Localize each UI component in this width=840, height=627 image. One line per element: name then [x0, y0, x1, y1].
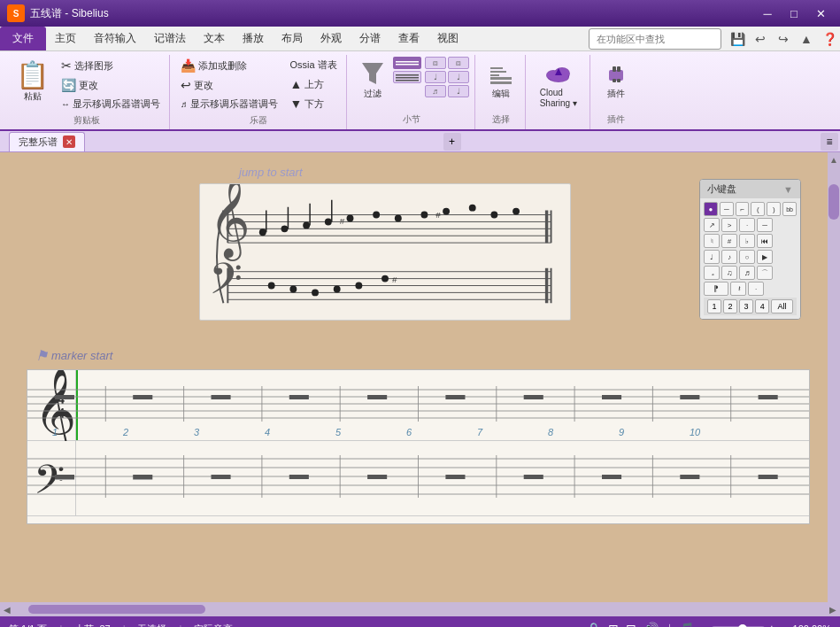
kb-btn-eighth[interactable]: ♫: [721, 266, 737, 280]
kb-btn-q1[interactable]: ♩: [704, 250, 720, 264]
filter-button[interactable]: 过滤: [354, 57, 391, 102]
horizontal-scrollbar[interactable]: ◀ ▶: [0, 602, 840, 616]
show-transposing-button[interactable]: ♬显示移调乐器谱调号: [177, 96, 281, 112]
kb-btn-par1[interactable]: (: [751, 202, 765, 216]
kb-btn-dash[interactable]: ─: [720, 202, 734, 216]
cloud-sharing-button[interactable]: CloudSharing ▾: [533, 57, 584, 112]
search-input[interactable]: [589, 28, 721, 50]
select-label: 选择: [482, 112, 520, 128]
kb-btn-par2[interactable]: ): [767, 202, 781, 216]
grid-icon[interactable]: ⊞: [608, 622, 619, 627]
select-content: 编辑: [482, 57, 520, 112]
kb-btn-dot2[interactable]: ·: [739, 218, 755, 232]
full-score-area[interactable]: 𝄞 4 4: [27, 369, 810, 524]
lock-icon[interactable]: 🔒: [586, 622, 601, 627]
add-remove-button[interactable]: 📥添加或删除: [177, 57, 281, 74]
redo-button[interactable]: ↪: [773, 28, 794, 50]
select-btn5[interactable]: ♬: [425, 85, 446, 97]
speaker-icon[interactable]: 🔊: [643, 622, 659, 627]
close-button[interactable]: ✕: [808, 4, 833, 22]
menu-home[interactable]: 主页: [46, 27, 85, 50]
zoom-out-button[interactable]: −: [701, 622, 708, 627]
tab-add-button[interactable]: +: [443, 133, 461, 151]
kb-btn-gt[interactable]: >: [721, 218, 737, 232]
zoom-in-button[interactable]: +: [768, 622, 775, 627]
filter-row1[interactable]: [393, 57, 421, 69]
svg-point-53: [268, 283, 275, 290]
menu-parts[interactable]: 分谱: [351, 27, 389, 50]
select-btn2[interactable]: ⧈: [448, 57, 469, 69]
select-btn1[interactable]: ⧈: [425, 57, 446, 69]
help-button[interactable]: ❓: [819, 28, 840, 50]
h-scroll-thumb[interactable]: [28, 605, 205, 614]
menu-notation[interactable]: 记谱法: [145, 27, 195, 50]
kb-btn-curve[interactable]: ⌐: [736, 202, 750, 216]
kb-btn-q2[interactable]: ♪: [721, 250, 737, 264]
filter-row2[interactable]: [393, 71, 421, 83]
kb-btn-dash2[interactable]: ─: [757, 218, 773, 232]
transpose-button[interactable]: ↔显示移调乐器谱调号: [58, 96, 164, 112]
kb-num-4[interactable]: 4: [755, 299, 769, 314]
menu-note-input[interactable]: 音符输入: [85, 27, 145, 50]
score-area[interactable]: jump to start 𝄞: [0, 152, 828, 602]
menu-file[interactable]: 文件: [0, 27, 46, 50]
menu-play[interactable]: 播放: [234, 27, 273, 50]
menu-text[interactable]: 文本: [195, 27, 234, 50]
minimize-button[interactable]: ─: [755, 4, 780, 22]
kb-btn-back[interactable]: ⏮: [757, 234, 773, 248]
select-btn6[interactable]: ♩: [448, 85, 469, 97]
kb-btn-dot3[interactable]: ·: [748, 282, 764, 296]
undo-button[interactable]: ↩: [750, 28, 771, 50]
select-shape-button[interactable]: 🔄更改: [58, 76, 164, 94]
kb-btn-sym1[interactable]: ⁋: [704, 282, 728, 296]
menu-layout[interactable]: 布局: [273, 27, 312, 50]
kb-num-all[interactable]: All: [771, 299, 793, 314]
kb-btn-flat[interactable]: ♭: [739, 234, 755, 248]
pitch2-icon[interactable]: 🎵: [679, 622, 694, 627]
above-button[interactable]: ▲上方: [287, 75, 341, 93]
scroll-left-button[interactable]: ◀: [4, 605, 11, 615]
plugin-label: 插件: [607, 89, 625, 99]
grid2-icon[interactable]: ⊟: [626, 622, 636, 627]
note-icon[interactable]: ♩: [666, 622, 672, 627]
kb-num-1[interactable]: 1: [707, 299, 721, 314]
tab-full-score[interactable]: 完整乐谱 ✕: [9, 132, 85, 151]
menu-video[interactable]: 视图: [428, 27, 467, 50]
scroll-thumb[interactable]: [828, 184, 839, 220]
kb-num-2[interactable]: 2: [723, 299, 737, 314]
kb-num-3[interactable]: 3: [739, 299, 753, 314]
maximize-button[interactable]: □: [782, 4, 806, 22]
tab-menu-button[interactable]: ≡: [821, 133, 838, 151]
menu-appearance[interactable]: 外观: [312, 27, 351, 50]
kb-btn-sixteenth[interactable]: ♬: [739, 266, 755, 280]
score-preview-box: 𝄞: [199, 183, 571, 321]
scroll-up-button[interactable]: ▲: [828, 152, 840, 166]
kb-btn-rest[interactable]: 𝄽: [730, 282, 746, 296]
select-btn4[interactable]: ♩: [448, 71, 469, 83]
kb-btn-circle[interactable]: ○: [739, 250, 755, 264]
kb-btn-bb[interactable]: bb: [782, 202, 797, 216]
scroll-right-button[interactable]: ▶: [829, 605, 836, 615]
edit-button[interactable]: 编辑: [482, 57, 520, 102]
paste-button[interactable]: 📋 粘贴: [9, 57, 56, 112]
kb-btn-nat[interactable]: ♮: [704, 234, 720, 248]
up-button[interactable]: ▲: [796, 28, 817, 50]
tab-close-button[interactable]: ✕: [63, 135, 75, 148]
svg-point-40: [512, 208, 520, 215]
save-button[interactable]: 💾: [727, 28, 748, 50]
kb-btn-play[interactable]: ▶: [757, 250, 773, 264]
kb-btn-dot[interactable]: ●: [704, 202, 718, 216]
plugin-button[interactable]: 插件: [597, 57, 635, 102]
keyboard-close[interactable]: ▼: [783, 184, 793, 195]
ossia-button[interactable]: Ossia 谱表: [287, 57, 341, 74]
change-instrument-button[interactable]: ↩更改: [177, 76, 281, 94]
kb-btn-half[interactable]: 𝅗: [704, 266, 720, 280]
kb-btn-sharp[interactable]: #: [721, 234, 737, 248]
cut-button[interactable]: ✂选择图形: [58, 57, 164, 74]
select-btn3[interactable]: ♩: [425, 71, 446, 83]
menu-view[interactable]: 查看: [389, 27, 428, 50]
vertical-scrollbar[interactable]: ▲: [828, 152, 840, 602]
kb-btn-slur[interactable]: ⌒: [757, 266, 773, 280]
below-button[interactable]: ▼下方: [287, 95, 341, 112]
kb-btn-arrow[interactable]: ↗: [704, 218, 720, 232]
